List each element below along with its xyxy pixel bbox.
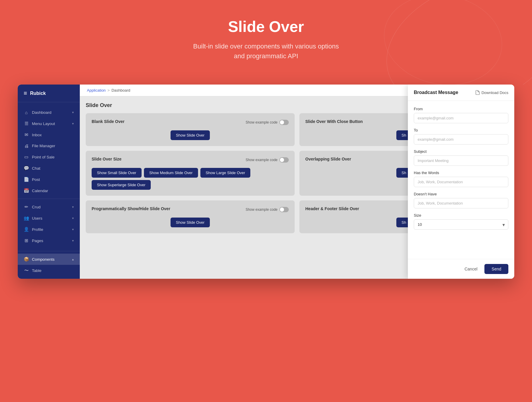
show-superlarge-slide-over-button[interactable]: Show Superlarge Slide Over	[92, 180, 151, 190]
pages-icon: ⊞	[24, 238, 29, 243]
hero-subtitle: Built-in slide over components with vari…	[6, 41, 526, 61]
show-medium-slide-over-button[interactable]: Show Medium Slide Over	[144, 168, 198, 178]
chevron-icon: ▾	[72, 205, 74, 209]
show-example-toggle[interactable]: Show example code	[246, 120, 289, 125]
doesnt-have-field-group: Doesn't Have	[414, 192, 508, 208]
slide-over-header: Broadcast Message Download Docs	[408, 85, 514, 101]
size-select-wrapper: 10 20 50 100	[414, 219, 508, 230]
show-small-slide-over-button[interactable]: Show Small Slide Over	[92, 168, 142, 178]
show-example-toggle[interactable]: Show example code	[246, 207, 289, 212]
card-blank-slide-over: Blank Slide Over Show example code Show …	[86, 113, 295, 146]
sidebar-label-crud: Crud	[32, 205, 40, 209]
breadcrumb-separator: >	[108, 88, 110, 93]
from-field-group: From	[414, 107, 508, 123]
doesnt-have-label: Doesn't Have	[414, 192, 508, 196]
crud-icon: ✏	[24, 204, 29, 210]
send-button[interactable]: Send	[484, 264, 508, 274]
breadcrumb-current: Dashboard	[111, 88, 130, 93]
post-icon: 📄	[24, 177, 29, 182]
card-title: Overlapping Slide Over	[305, 157, 351, 161]
from-input[interactable]	[414, 113, 508, 123]
chevron-icon: ▾	[72, 239, 74, 243]
to-input[interactable]	[414, 134, 508, 145]
sidebar-label-profile: Profile	[32, 227, 43, 232]
card-title: Programmatically Show/Hide Slide Over	[92, 206, 170, 211]
sidebar-label-table: Table	[32, 268, 41, 273]
show-large-slide-over-button[interactable]: Show Large Slide Over	[200, 168, 251, 178]
sidebar-label-pos: Point of Sale	[32, 155, 55, 159]
sidebar-item-pages[interactable]: ⊞ Pages ▾	[18, 235, 80, 246]
doesnt-have-input[interactable]	[414, 198, 508, 208]
sidebar-label-inbox: Inbox	[32, 133, 42, 137]
card-programmatically: Programmatically Show/Hide Slide Over Sh…	[86, 200, 295, 233]
sidebar-label-calendar: Calendar	[32, 189, 48, 193]
chevron-icon: ▾	[72, 216, 74, 220]
sidebar-label-post: Post	[32, 177, 40, 182]
has-words-label: Has the Words	[414, 171, 508, 175]
sidebar-item-point-of-sale[interactable]: ▭ Point of Sale	[18, 151, 80, 163]
sidebar-nav: ⌂ Dashboard ▾ ☰ Menu Layout ▾ ✉ Inbox	[18, 102, 80, 251]
sidebar-item-profile[interactable]: 👤 Profile ▾	[18, 224, 80, 235]
size-label: Size	[414, 213, 508, 218]
from-label: From	[414, 107, 508, 111]
file-manager-icon: 🖨	[24, 143, 29, 148]
document-icon	[476, 90, 480, 95]
has-words-input[interactable]	[414, 177, 508, 187]
sidebar-item-chat[interactable]: 💬 Chat	[18, 163, 80, 174]
components-icon: 📦	[24, 257, 29, 262]
subject-field-group: Subject	[414, 149, 508, 166]
sidebar-item-menu-layout[interactable]: ☰ Menu Layout ▾	[18, 118, 80, 129]
card-title: Blank Slide Over	[92, 119, 124, 124]
chevron-icon: ▾	[72, 111, 74, 114]
download-docs-button[interactable]: Download Docs	[476, 90, 508, 95]
table-icon: 〜	[24, 268, 29, 273]
card-title: Slide Over Size	[92, 157, 121, 161]
card-title: Slide Over With Close Button	[305, 119, 363, 124]
subject-input[interactable]	[414, 155, 508, 166]
logo-icon: ≡	[24, 90, 27, 97]
sidebar-item-calendar[interactable]: 📅 Calendar	[18, 185, 80, 196]
sidebar-item-table[interactable]: 〜 Table	[18, 265, 80, 276]
slide-over-body: From To Subject Has the Words Doesn't Ha…	[408, 101, 514, 259]
sidebar-label-menu-layout: Menu Layout	[32, 121, 55, 126]
sidebar-label-pages: Pages	[32, 239, 43, 243]
hero-title: Slide Over	[6, 18, 526, 35]
toggle-blank[interactable]	[279, 120, 289, 125]
sidebar-item-components[interactable]: 📦 Components ▴	[18, 254, 80, 265]
show-slide-over-button[interactable]: Show Slide Over	[171, 130, 210, 140]
slide-over-title: Broadcast Message	[414, 90, 458, 95]
users-icon: 👥	[24, 215, 29, 221]
cancel-button[interactable]: Cancel	[460, 264, 482, 274]
sidebar-item-users[interactable]: 👥 Users ▾	[18, 213, 80, 224]
logo-text: Rubick	[30, 91, 46, 96]
sidebar-label-users: Users	[32, 216, 42, 221]
hero-section: Slide Over Built-in slide over component…	[0, 0, 532, 85]
to-label: To	[414, 128, 508, 132]
slide-over-panel: Broadcast Message Download Docs From To …	[408, 85, 514, 279]
breadcrumb-link[interactable]: Application	[87, 88, 106, 93]
toggle-programmatic[interactable]	[279, 207, 289, 212]
menu-layout-icon: ☰	[24, 121, 29, 126]
inbox-icon: ✉	[24, 132, 29, 137]
size-select[interactable]: 10 20 50 100	[414, 219, 508, 230]
sidebar-item-post[interactable]: 📄 Post	[18, 174, 80, 185]
sidebar-label-chat: Chat	[32, 166, 40, 171]
subject-label: Subject	[414, 149, 508, 154]
calendar-icon: 📅	[24, 188, 29, 193]
toggle-size[interactable]	[279, 157, 289, 163]
sidebar-label-components: Components	[32, 257, 55, 262]
sidebar-item-crud[interactable]: ✏ Crud ▾	[18, 201, 80, 213]
sidebar-divider	[18, 199, 80, 199]
sidebar-logo: ≡ Rubick	[18, 85, 80, 102]
sidebar-item-file-manager[interactable]: 🖨 File Manager	[18, 140, 80, 151]
chevron-icon: ▾	[72, 122, 74, 126]
has-words-field-group: Has the Words	[414, 171, 508, 187]
sidebar: ≡ Rubick ⌂ Dashboard ▾ ☰ Menu Layout ▾	[18, 85, 80, 279]
sidebar-item-inbox[interactable]: ✉ Inbox	[18, 129, 80, 140]
sidebar-label-dashboard: Dashboard	[32, 110, 51, 115]
show-programmatic-button[interactable]: Show Slide Over	[171, 218, 210, 227]
profile-icon: 👤	[24, 227, 29, 232]
show-example-toggle[interactable]: Show example code	[246, 157, 289, 163]
sidebar-item-dashboard[interactable]: ⌂ Dashboard ▾	[18, 107, 80, 118]
chevron-icon: ▾	[72, 228, 74, 231]
